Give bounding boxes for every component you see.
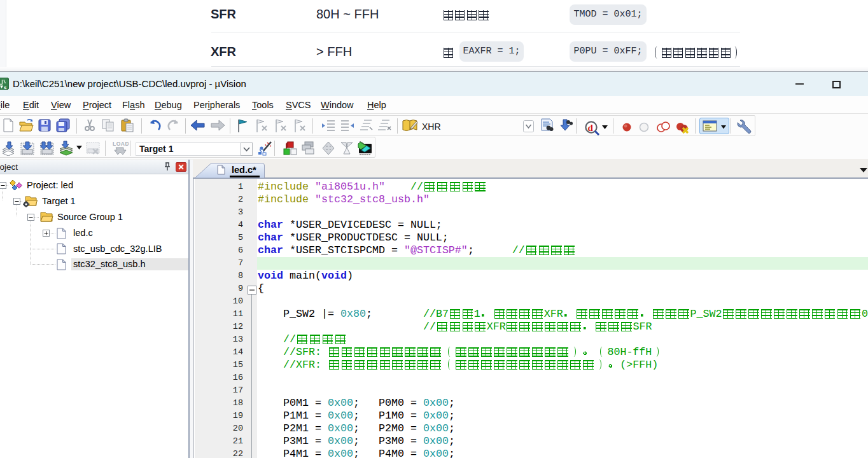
svg-text:s: s [4,85,7,90]
svg-text:LOAD: LOAD [113,141,129,147]
svg-text:d: d [588,123,594,133]
